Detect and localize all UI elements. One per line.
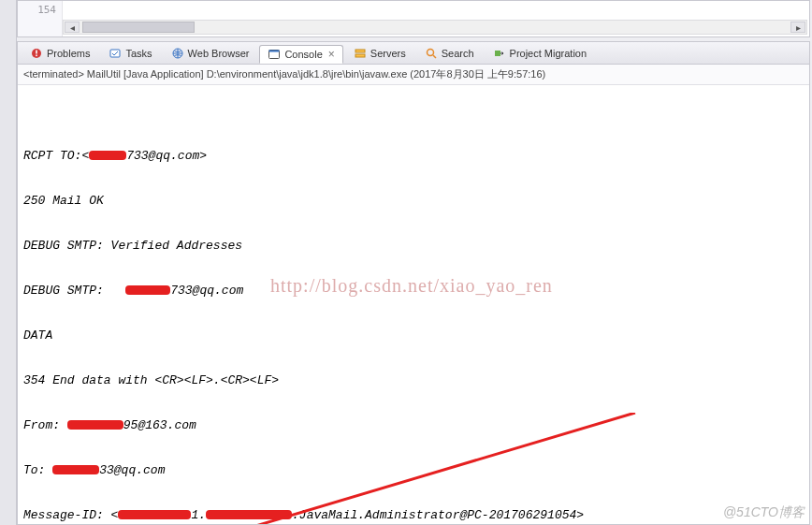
svg-point-9 (427, 49, 433, 55)
scroll-thumb[interactable] (82, 22, 195, 33)
redaction (52, 465, 99, 474)
redaction (118, 510, 191, 519)
search-icon (425, 47, 438, 60)
tab-servers[interactable]: Servers (345, 44, 414, 63)
svg-rect-6 (269, 50, 280, 51)
editor-area[interactable]: 154 ◂ ▸ (17, 0, 810, 37)
tab-webbrowser[interactable]: Web Browser (163, 44, 258, 63)
globe-icon (171, 47, 184, 60)
redaction (206, 510, 292, 519)
svg-rect-7 (355, 50, 365, 52)
server-icon (354, 47, 367, 60)
console-line: From: 95@163.com (23, 418, 804, 433)
tab-tasks[interactable]: Tasks (100, 44, 160, 63)
scroll-left-icon[interactable]: ◂ (65, 22, 80, 33)
tab-label: Search (442, 48, 474, 59)
scroll-right-icon[interactable]: ▸ (790, 22, 805, 33)
tab-project-migration[interactable]: Project Migration (485, 44, 596, 63)
svg-rect-11 (495, 51, 500, 56)
console-line: To: 33@qq.com (23, 463, 804, 478)
editor-gutter: 154 (18, 1, 63, 36)
tab-label: Tasks (125, 48, 152, 59)
warning-icon (30, 47, 43, 60)
console-icon (268, 48, 281, 61)
console-line: Message-ID: <1..JavaMail.Administrator@P… (23, 508, 804, 523)
tab-label: Project Migration (510, 48, 587, 59)
console-line: DEBUG SMTP: Verified Addresses (23, 239, 804, 254)
tab-bar: Problems Tasks Web Browser Console × S (18, 42, 809, 65)
redaction (89, 151, 126, 160)
svg-rect-2 (36, 54, 37, 56)
migration-icon (493, 47, 506, 60)
console-output[interactable]: http://blog.csdn.net/xiao_yao_ren RCPT T… (18, 85, 809, 524)
console-line: 250 Mail OK (23, 194, 804, 209)
line-number: 154 (37, 4, 56, 16)
task-icon (109, 47, 122, 60)
tab-console[interactable]: Console × (259, 45, 342, 64)
console-line: RCPT TO:<733@qq.com> (23, 149, 804, 164)
tab-label: Console (284, 49, 322, 60)
left-rail: ⋮ (0, 0, 17, 525)
svg-line-10 (433, 55, 436, 58)
console-line: DEBUG SMTP: 733@qq.com (23, 284, 804, 299)
svg-rect-8 (355, 54, 365, 57)
editor-scrollbar[interactable]: ◂ ▸ (63, 20, 807, 35)
tab-label: Problems (47, 48, 90, 59)
tab-label: Web Browser (188, 48, 250, 59)
corner-watermark: @51CTO博客 (723, 504, 805, 521)
console-line: 354 End data with <CR><LF>.<CR><LF> (23, 373, 804, 388)
launch-description: <terminated> MailUtil [Java Application]… (18, 65, 809, 85)
bottom-panel: Problems Tasks Web Browser Console × S (17, 41, 810, 525)
redaction (125, 285, 170, 295)
tab-problems[interactable]: Problems (22, 44, 98, 63)
tab-search[interactable]: Search (416, 44, 483, 63)
svg-rect-3 (110, 50, 120, 57)
console-line: DATA (23, 328, 804, 343)
tab-label: Servers (370, 48, 406, 59)
redaction (67, 420, 123, 430)
svg-rect-1 (36, 50, 37, 53)
close-icon[interactable]: × (328, 48, 335, 61)
